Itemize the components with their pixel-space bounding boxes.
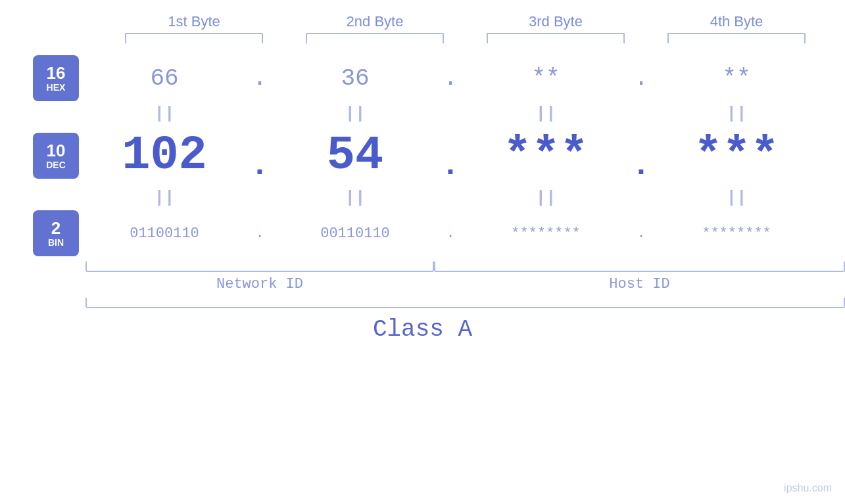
hex-b1: 66 (85, 65, 243, 92)
dec-dot2: . (434, 128, 467, 183)
dec-b2: 54 (276, 129, 434, 183)
equals-row-dec: || || || || (0, 185, 845, 210)
eq2: || (276, 104, 434, 124)
bracket-byte4 (667, 33, 806, 43)
eq8: || (658, 188, 815, 208)
id-labels-row: Network ID Host ID (0, 276, 845, 292)
network-id-label: Network ID (85, 276, 434, 292)
eq7: || (467, 188, 625, 208)
dec-b1: 102 (85, 129, 243, 183)
hex-b2: 36 (276, 65, 434, 92)
byte3-header: 3rd Byte (477, 13, 635, 30)
bracket-byte1 (125, 33, 263, 43)
host-bracket (434, 262, 845, 272)
dec-b4: *** (658, 129, 815, 183)
bin-b1: 01100110 (85, 225, 243, 242)
dec-badge-label: DEC (46, 160, 66, 170)
byte4-header: 4th Byte (658, 13, 815, 30)
bin-b4: ******** (658, 225, 815, 242)
bin-badge-number: 2 (51, 219, 60, 238)
bin-dot1: . (243, 225, 276, 242)
host-id-label: Host ID (434, 276, 845, 292)
bracket-byte2 (306, 33, 444, 43)
dec-row-content: 102 . 54 . *** . *** (85, 128, 845, 183)
hex-dot1: . (243, 65, 276, 92)
dec-full-row: 10 DEC 102 . 54 . *** . *** (0, 126, 845, 185)
top-brackets (104, 33, 827, 43)
bin-b3: ******** (467, 225, 625, 242)
hex-full-row: 16 HEX 66 . 36 . ** . ** (0, 55, 845, 101)
network-bracket (85, 262, 434, 272)
dec-b3: *** (467, 129, 625, 183)
hex-badge-wrapper: 16 HEX (0, 55, 85, 101)
eq6: || (276, 188, 434, 208)
bin-dot2: . (434, 225, 467, 242)
eq1: || (85, 104, 243, 124)
bin-badge-wrapper: 2 BIN (0, 210, 85, 256)
bin-full-row: 2 BIN 01100110 . 00110110 . ******** . *… (0, 210, 845, 256)
dec-dot3: . (625, 128, 658, 183)
byte2-header: 2nd Byte (296, 13, 454, 30)
bin-badge-label: BIN (48, 238, 64, 248)
hex-badge: 16 HEX (33, 55, 79, 101)
dec-badge-number: 10 (47, 141, 66, 160)
bin-row-content: 01100110 . 00110110 . ******** . *******… (85, 225, 845, 242)
bracket-byte3 (487, 33, 625, 43)
class-label: Class A (373, 316, 472, 343)
dec-dot1: . (243, 128, 276, 183)
overall-bracket-container (0, 298, 845, 308)
hex-b4: ** (658, 65, 815, 92)
hex-dot2: . (434, 65, 467, 92)
bin-b2: 00110110 (276, 225, 434, 242)
byte1-header: 1st Byte (115, 13, 273, 30)
bin-badge: 2 BIN (33, 210, 79, 256)
dec-badge-wrapper: 10 DEC (0, 133, 85, 179)
equals-row-hex: || || || || (0, 101, 845, 126)
eq4: || (658, 104, 815, 124)
eq3: || (467, 104, 625, 124)
hex-badge-label: HEX (47, 83, 66, 93)
hex-row-content: 66 . 36 . ** . ** (85, 65, 845, 92)
hex-dot3: . (625, 65, 658, 92)
hex-b3: ** (467, 65, 625, 92)
dec-badge: 10 DEC (33, 133, 79, 179)
bin-dot3: . (625, 225, 658, 242)
watermark: ipshu.com (784, 482, 832, 494)
eq5: || (85, 188, 243, 208)
bottom-brackets-container (0, 262, 845, 272)
overall-bottom-bracket (85, 298, 845, 308)
byte-headers: 1st Byte 2nd Byte 3rd Byte 4th Byte (104, 13, 827, 30)
hex-badge-number: 16 (47, 64, 66, 83)
main-container: 1st Byte 2nd Byte 3rd Byte 4th Byte 16 H… (0, 0, 845, 504)
